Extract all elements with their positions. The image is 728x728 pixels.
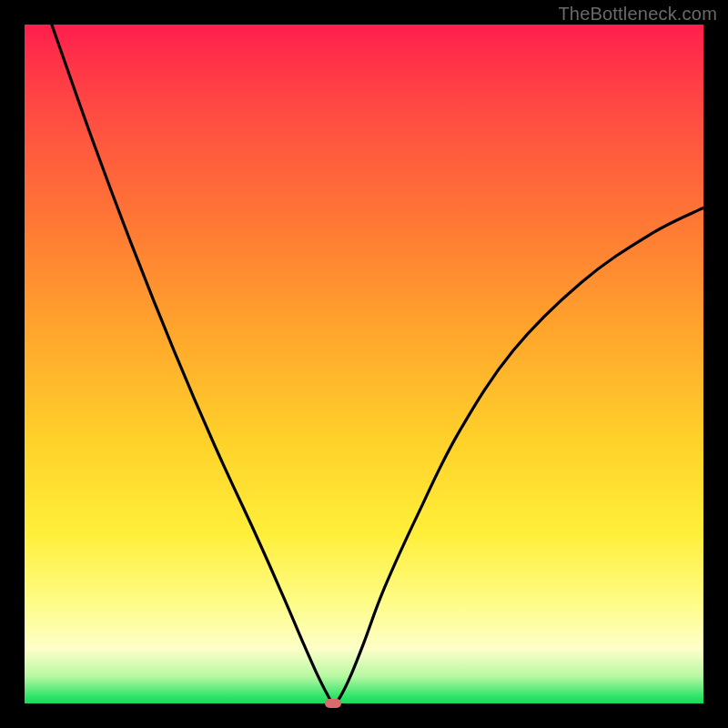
minimum-marker: [325, 699, 341, 708]
plot-area: [25, 25, 703, 703]
bottleneck-curve: [25, 25, 703, 703]
watermark-text: TheBottleneck.com: [558, 4, 717, 25]
chart-frame: TheBottleneck.com: [0, 0, 728, 728]
